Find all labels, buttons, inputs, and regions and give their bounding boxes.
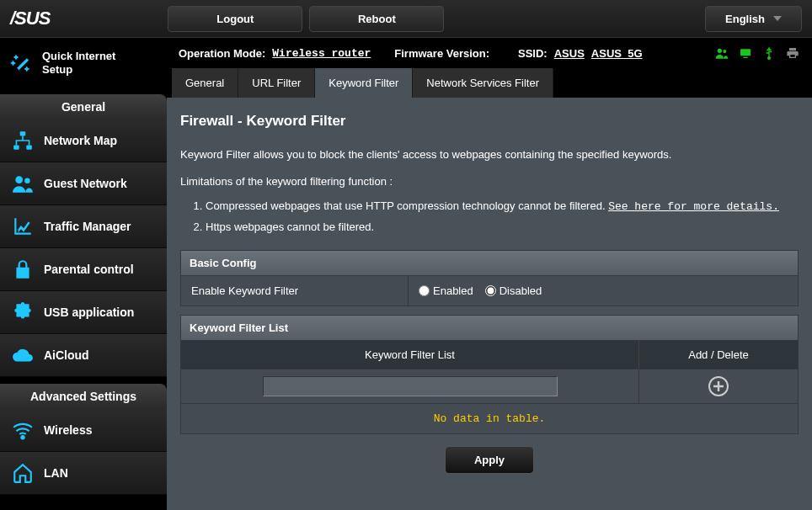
wifi-icon <box>12 419 34 441</box>
limitation-item: Https webpages cannot be filtered. <box>206 217 799 238</box>
sidebar-item-label: Wireless <box>44 423 92 437</box>
enabled-label: Enabled <box>433 284 473 297</box>
enable-keyword-filter-label: Enable Keyword Filter <box>181 276 409 305</box>
svg-rect-8 <box>740 49 751 56</box>
limitations-list: Compressed webpages that use HTTP compre… <box>206 196 799 238</box>
users-icon <box>12 173 34 194</box>
basic-config-header: Basic Config <box>180 250 799 276</box>
svg-point-10 <box>768 57 771 60</box>
sidebar-item-label: Network Map <box>44 134 117 147</box>
enabled-radio[interactable] <box>419 285 430 296</box>
network-map-icon <box>12 130 34 151</box>
sidebar-item-label: LAN <box>44 466 68 480</box>
svg-point-4 <box>24 178 29 184</box>
add-icon[interactable] <box>708 376 729 396</box>
users-status-icon[interactable] <box>714 46 729 60</box>
tab-url-filter[interactable]: URL Filter <box>238 68 315 98</box>
sidebar-item-traffic-manager[interactable]: Traffic Manager <box>0 205 167 248</box>
page-description: Keyword Filter allows you to block the c… <box>180 146 799 163</box>
sidebar-item-label: Traffic Manager <box>44 220 131 233</box>
logout-button[interactable]: Logout <box>168 6 302 32</box>
ssid-2[interactable]: ASUS_5G <box>591 47 643 60</box>
info-bar: Operation Mode: Wireless router Firmware… <box>167 38 812 68</box>
disabled-radio[interactable] <box>485 285 496 296</box>
tab-network-services-filter[interactable]: Network Services Filter <box>413 68 553 98</box>
svg-rect-1 <box>13 146 19 150</box>
svg-rect-9 <box>743 57 747 58</box>
sidebar-item-parental-control[interactable]: Parental control <box>0 248 167 291</box>
sidebar-item-guest-network[interactable]: Guest Network <box>0 162 167 205</box>
keyword-filter-list-header: Keyword Filter List <box>180 315 799 341</box>
column-keyword-filter-list: Keyword Filter List <box>181 341 639 369</box>
svg-point-3 <box>15 177 23 184</box>
operation-mode-value[interactable]: Wireless router <box>272 47 371 60</box>
device-status-icon[interactable] <box>738 46 753 60</box>
disabled-label: Disabled <box>499 284 542 297</box>
ssid-1[interactable]: ASUS <box>554 47 585 60</box>
sidebar-item-label: USB application <box>44 305 134 319</box>
sidebar-item-label: AiCloud <box>44 348 89 362</box>
firmware-version-label: Firmware Version: <box>394 47 489 60</box>
svg-point-6 <box>718 49 722 53</box>
language-dropdown[interactable]: English <box>705 6 802 32</box>
tab-keyword-filter[interactable]: Keyword Filter <box>315 68 413 98</box>
sidebar-item-lan[interactable]: LAN <box>0 452 167 495</box>
sidebar-item-label: Parental control <box>44 263 134 276</box>
wand-icon <box>10 51 34 75</box>
traffic-icon <box>12 215 34 237</box>
operation-mode-label: Operation Mode: <box>179 47 265 60</box>
svg-point-5 <box>21 436 24 438</box>
sidebar-item-label: Guest Network <box>44 177 127 190</box>
advanced-section-header: Advanced Settings <box>0 384 167 409</box>
enabled-radio-wrap[interactable]: Enabled <box>419 284 473 297</box>
lock-icon <box>12 258 34 280</box>
sidebar-item-aicloud[interactable]: AiCloud <box>0 334 167 377</box>
page-title: Firewall - Keyword Filter <box>180 113 799 130</box>
usb-status-icon[interactable] <box>761 46 777 60</box>
quick-setup-label: Quick Internet Setup <box>42 50 115 76</box>
no-data-message: No data in table. <box>180 404 799 434</box>
sidebar-item-network-map[interactable]: Network Map <box>0 120 167 162</box>
home-icon <box>12 462 34 484</box>
column-add-delete: Add / Delete <box>639 341 798 369</box>
logo: /SUS <box>10 8 50 29</box>
ssid-label: SSID: <box>518 47 548 60</box>
tabs: General URL Filter Keyword Filter Networ… <box>167 68 812 98</box>
limitation-item: Compressed webpages that use HTTP compre… <box>206 196 799 218</box>
sidebar-item-wireless[interactable]: Wireless <box>0 409 167 452</box>
chevron-down-icon <box>773 16 782 21</box>
puzzle-icon <box>12 301 34 323</box>
general-section-header: General <box>0 94 167 120</box>
sidebar: Quick Internet Setup General Network Map… <box>0 38 167 510</box>
quick-internet-setup[interactable]: Quick Internet Setup <box>0 38 167 88</box>
printer-status-icon[interactable] <box>785 46 800 60</box>
svg-rect-0 <box>20 131 26 135</box>
disabled-radio-wrap[interactable]: Disabled <box>485 284 542 297</box>
language-label: English <box>725 13 765 25</box>
limitations-title: Limitations of the keyword filtering fun… <box>180 175 799 188</box>
reboot-button[interactable]: Reboot <box>309 6 444 32</box>
apply-button[interactable]: Apply <box>445 446 534 474</box>
keyword-input[interactable] <box>263 376 558 396</box>
tab-general[interactable]: General <box>172 68 238 98</box>
svg-rect-2 <box>26 146 32 150</box>
svg-point-7 <box>723 50 726 53</box>
see-details-link[interactable]: See here for more details. <box>608 200 779 213</box>
sidebar-item-usb-application[interactable]: USB application <box>0 291 167 334</box>
cloud-icon <box>12 344 34 366</box>
